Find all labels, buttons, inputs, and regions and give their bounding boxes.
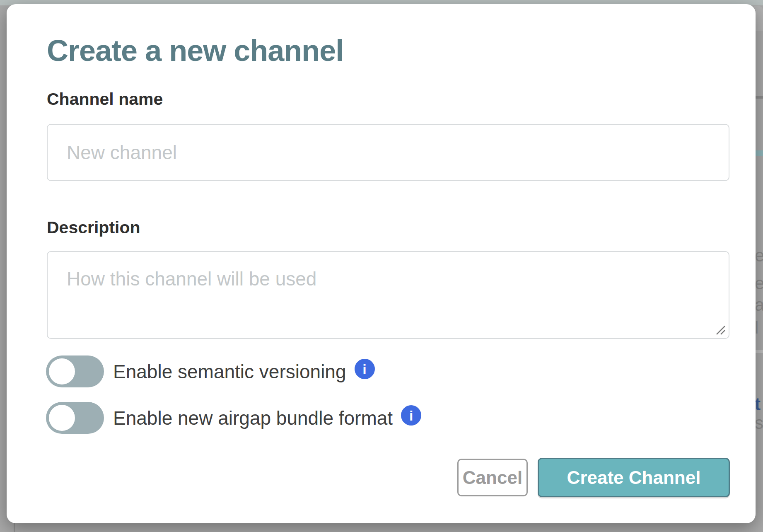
- description-label: Description: [47, 219, 140, 236]
- modal-title: Create a new channel: [47, 36, 343, 65]
- airgap-bundle-label: Enable new airgap bundle format: [113, 409, 393, 428]
- semantic-versioning-toggle[interactable]: [46, 355, 104, 387]
- screen: e e a l t s Create a new channel Channel…: [0, 0, 763, 532]
- channel-name-label: Channel name: [47, 91, 163, 108]
- description-field-wrap: [47, 251, 729, 339]
- cancel-button[interactable]: Cancel: [457, 459, 528, 496]
- channel-name-input[interactable]: [47, 124, 729, 181]
- create-channel-modal: Create a new channel Channel name Descri…: [7, 4, 756, 523]
- toggle-knob: [49, 358, 75, 384]
- airgap-bundle-row: Enable new airgap bundle format i: [46, 402, 421, 434]
- backdrop-text-fragment: s: [755, 414, 763, 432]
- airgap-bundle-toggle[interactable]: [46, 402, 104, 434]
- create-channel-button[interactable]: Create Channel: [538, 458, 730, 497]
- info-icon[interactable]: i: [401, 405, 421, 426]
- backdrop-text-fragment: e: [755, 275, 763, 292]
- semantic-versioning-row: Enable semantic versioning i: [46, 355, 375, 387]
- toggle-knob: [49, 405, 75, 431]
- info-icon[interactable]: i: [355, 359, 375, 379]
- backdrop-vertical-border: [14, 523, 15, 532]
- semantic-versioning-label: Enable semantic versioning: [113, 362, 346, 381]
- description-textarea[interactable]: [47, 251, 729, 339]
- backdrop-text-fragment: t: [755, 396, 761, 413]
- backdrop-text-fragment: a: [755, 296, 763, 314]
- backdrop-text-fragment: e: [755, 247, 763, 264]
